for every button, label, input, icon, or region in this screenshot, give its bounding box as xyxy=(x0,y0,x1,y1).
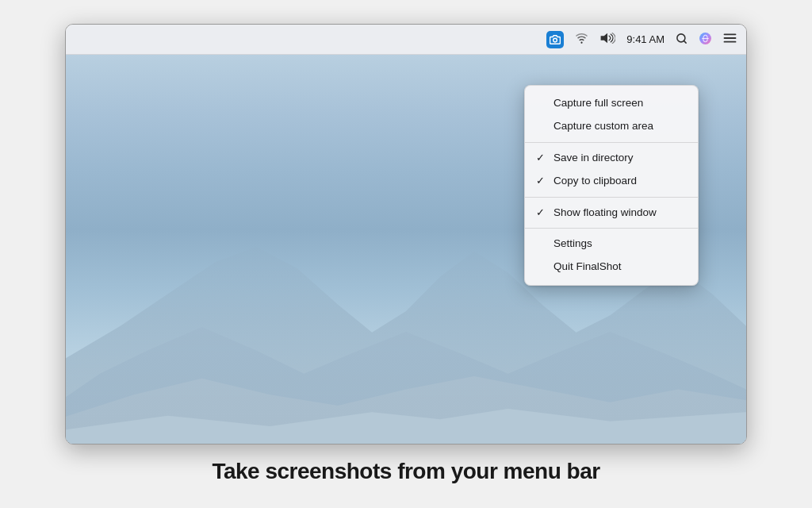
checkmark-floating: ✓ xyxy=(536,206,549,220)
wifi-icon[interactable] xyxy=(575,33,588,46)
camera-icon[interactable] xyxy=(546,31,564,48)
checkmark-clipboard: ✓ xyxy=(536,174,549,188)
svg-point-0 xyxy=(553,38,557,42)
menu-item-floating-window[interactable]: ✓ Show floating window xyxy=(525,202,698,225)
menu-section-capture: Capture full screen Capture custom area xyxy=(525,90,698,140)
dropdown-menu: Capture full screen Capture custom area … xyxy=(524,85,699,286)
page-caption: Take screenshots from your menu bar xyxy=(212,459,599,484)
menu-bar-time: 9:41 AM xyxy=(626,33,665,45)
hamburger-icon[interactable] xyxy=(723,33,737,47)
menu-section-window: ✓ Show floating window xyxy=(525,197,698,227)
menu-item-save-directory[interactable]: ✓ Save in directory xyxy=(525,147,698,170)
checkmark-save: ✓ xyxy=(536,151,549,165)
menu-item-capture-custom[interactable]: Capture custom area xyxy=(525,115,698,138)
desktop-background: Capture full screen Capture custom area … xyxy=(66,55,746,444)
menu-item-copy-clipboard[interactable]: ✓ Copy to clipboard xyxy=(525,170,698,193)
screenshot-window: 9:41 AM xyxy=(65,24,747,444)
siri-icon[interactable] xyxy=(699,32,712,48)
volume-icon[interactable] xyxy=(599,33,615,46)
menu-section-options: ✓ Save in directory ✓ Copy to clipboard xyxy=(525,142,698,195)
svg-marker-1 xyxy=(601,33,607,44)
menu-bar-icons: 9:41 AM xyxy=(546,31,737,48)
menu-bar: 9:41 AM xyxy=(66,25,746,55)
menu-item-settings[interactable]: Settings xyxy=(525,233,698,256)
svg-line-3 xyxy=(684,40,686,43)
menu-section-app: Settings Quit FinalShot xyxy=(525,228,698,281)
search-icon[interactable] xyxy=(676,33,688,47)
menu-item-quit[interactable]: Quit FinalShot xyxy=(525,256,698,279)
menu-item-capture-full[interactable]: Capture full screen xyxy=(525,92,698,115)
